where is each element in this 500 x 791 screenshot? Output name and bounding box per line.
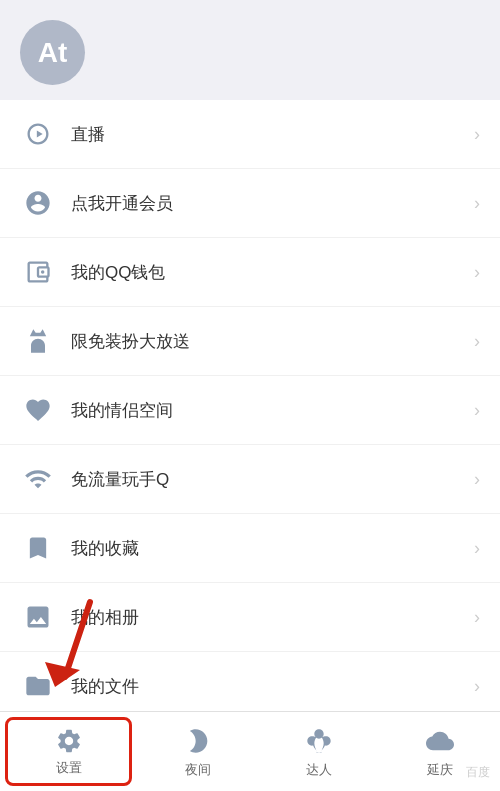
menu-item-files[interactable]: 我的文件 › — [0, 652, 500, 711]
moon-tab-icon — [182, 725, 214, 757]
files-icon — [20, 668, 56, 704]
tab-bar: 设置 夜间 达人 — [0, 711, 500, 791]
menu-item-vip[interactable]: 点我开通会员 › — [0, 169, 500, 238]
menu-label-free: 免流量玩手Q — [71, 468, 474, 491]
tab-talent-label: 达人 — [306, 761, 332, 779]
watermark: 百度 — [466, 764, 490, 781]
dress-icon — [20, 323, 56, 359]
arrow-live: › — [474, 124, 480, 145]
tab-talent[interactable]: 达人 — [258, 712, 379, 791]
menu-label-dress: 限免装扮大放送 — [71, 330, 474, 353]
menu-item-couple[interactable]: 我的情侣空间 › — [0, 376, 500, 445]
menu-label-couple: 我的情侣空间 — [71, 399, 474, 422]
menu-item-album[interactable]: 我的相册 › — [0, 583, 500, 652]
couple-icon — [20, 392, 56, 428]
live-icon — [20, 116, 56, 152]
menu-label-collect: 我的收藏 — [71, 537, 474, 560]
arrow-couple: › — [474, 400, 480, 421]
tab-night-label: 夜间 — [185, 761, 211, 779]
arrow-free: › — [474, 469, 480, 490]
menu-label-live: 直播 — [71, 123, 474, 146]
bookmark-icon — [20, 530, 56, 566]
gear-tab-icon — [53, 727, 85, 755]
menu-item-wallet[interactable]: 我的QQ钱包 › — [0, 238, 500, 307]
arrow-dress: › — [474, 331, 480, 352]
menu-label-album: 我的相册 — [71, 606, 474, 629]
menu-item-live[interactable]: 直播 › — [0, 100, 500, 169]
menu-label-vip: 点我开通会员 — [71, 192, 474, 215]
album-icon — [20, 599, 56, 635]
cloud-tab-icon — [424, 725, 456, 757]
avatar: At — [20, 20, 85, 85]
menu-item-free[interactable]: 免流量玩手Q › — [0, 445, 500, 514]
tab-settings[interactable]: 设置 — [5, 717, 132, 786]
wallet-icon — [20, 254, 56, 290]
tab-night[interactable]: 夜间 — [137, 712, 258, 791]
menu-item-dress[interactable]: 限免装扮大放送 › — [0, 307, 500, 376]
menu-list: 直播 › 点我开通会员 › 我的QQ钱包 › 限免装扮大放送 › — [0, 100, 500, 711]
flower-tab-icon — [303, 725, 335, 757]
vip-icon — [20, 185, 56, 221]
wifi-icon — [20, 461, 56, 497]
menu-label-files: 我的文件 — [71, 675, 474, 698]
menu-label-wallet: 我的QQ钱包 — [71, 261, 474, 284]
tab-settings-label: 设置 — [56, 759, 82, 777]
svg-point-0 — [41, 270, 45, 274]
menu-item-collect[interactable]: 我的收藏 › — [0, 514, 500, 583]
arrow-wallet: › — [474, 262, 480, 283]
arrow-album: › — [474, 607, 480, 628]
header: At — [0, 0, 500, 100]
tab-yanqing-label: 延庆 — [427, 761, 453, 779]
arrow-collect: › — [474, 538, 480, 559]
screen: At 直播 › 点我开通会员 › 我的QQ钱包 › — [0, 0, 500, 791]
arrow-vip: › — [474, 193, 480, 214]
arrow-files: › — [474, 676, 480, 697]
